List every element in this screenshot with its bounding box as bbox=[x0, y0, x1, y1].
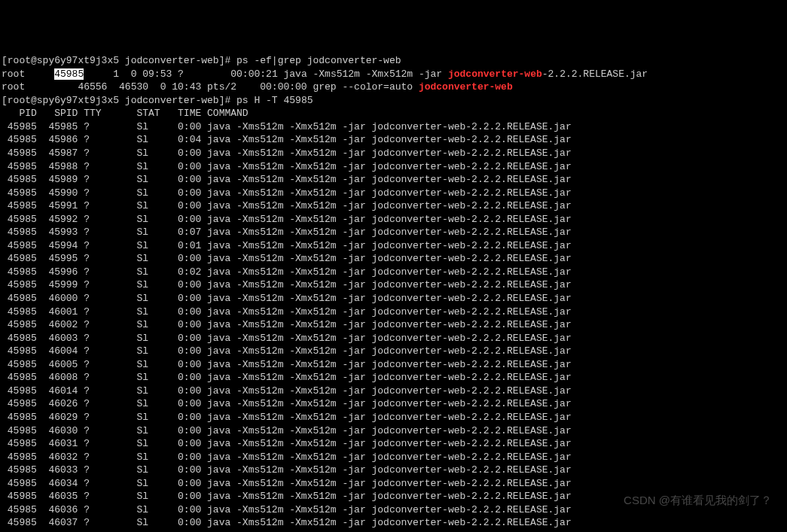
thread-row: 45985 45995 ? Sl 0:00 java -Xms512m -Xmx… bbox=[2, 253, 572, 264]
thread-row: 45985 45999 ? Sl 0:00 java -Xms512m -Xmx… bbox=[2, 279, 572, 290]
thread-row: 45985 46035 ? Sl 0:00 java -Xms512m -Xmx… bbox=[2, 491, 572, 502]
thread-row: 45985 46037 ? Sl 0:00 java -Xms512m -Xmx… bbox=[2, 517, 572, 528]
thread-row: 45985 45994 ? Sl 0:01 java -Xms512m -Xmx… bbox=[2, 240, 572, 251]
thread-row: 45985 46034 ? Sl 0:00 java -Xms512m -Xmx… bbox=[2, 478, 572, 489]
thread-row: 45985 46014 ? Sl 0:00 java -Xms512m -Xmx… bbox=[2, 385, 572, 397]
thread-row: 45985 46001 ? Sl 0:00 java -Xms512m -Xmx… bbox=[2, 306, 572, 318]
shell-prompt-1: [root@spy6y97xt9j3x5 jodconverter-web]# bbox=[2, 55, 236, 66]
thread-row: 45985 45989 ? Sl 0:00 java -Xms512m -Xmx… bbox=[2, 174, 572, 185]
ps-ef-row-rest: 1 0 09:53 ? 00:00:21 java -Xms512m -Xmx5… bbox=[84, 68, 448, 80]
thread-row: 45985 45987 ? Sl 0:00 java -Xms512m -Xmx… bbox=[2, 147, 572, 159]
thread-row: 45985 46004 ? Sl 0:00 java -Xms512m -Xmx… bbox=[2, 345, 572, 357]
ps-threads-header: PID SPID TTY STAT TIME COMMAND bbox=[2, 108, 249, 119]
command-1: ps -ef|grep jodconverter-web bbox=[236, 55, 401, 66]
thread-row: 45985 46000 ? Sl 0:00 java -Xms512m -Xmx… bbox=[2, 293, 572, 304]
thread-row: 45985 46031 ? Sl 0:00 java -Xms512m -Xmx… bbox=[2, 438, 572, 449]
thread-row: 45985 45990 ? Sl 0:00 java -Xms512m -Xmx… bbox=[2, 187, 572, 199]
thread-row: 45985 46005 ? Sl 0:00 java -Xms512m -Xmx… bbox=[2, 359, 572, 370]
thread-row: 45985 45988 ? Sl 0:00 java -Xms512m -Xmx… bbox=[2, 161, 572, 172]
thread-row: 45985 45992 ? Sl 0:00 java -Xms512m -Xmx… bbox=[2, 214, 572, 225]
thread-row: 45985 46029 ? Sl 0:00 java -Xms512m -Xmx… bbox=[2, 412, 572, 423]
grep-match: jodconverter-web bbox=[448, 68, 542, 80]
thread-row: 45985 45993 ? Sl 0:07 java -Xms512m -Xmx… bbox=[2, 226, 572, 238]
thread-row: 45985 46008 ? Sl 0:00 java -Xms512m -Xmx… bbox=[2, 372, 572, 383]
ps-ef-row-tail: -2.2.2.RELEASE.jar bbox=[542, 68, 648, 80]
command-2: ps H -T 45985 bbox=[236, 95, 313, 106]
ps-ef-row: root bbox=[2, 68, 54, 80]
thread-row: 45985 46002 ? Sl 0:00 java -Xms512m -Xmx… bbox=[2, 319, 572, 330]
thread-row: 45985 46033 ? Sl 0:00 java -Xms512m -Xmx… bbox=[2, 464, 572, 476]
thread-row: 45985 45996 ? Sl 0:02 java -Xms512m -Xmx… bbox=[2, 266, 572, 278]
thread-row: 45985 45985 ? Sl 0:00 java -Xms512m -Xmx… bbox=[2, 121, 572, 132]
ps-ef-row: root 46556 46530 0 10:43 pts/2 00:00:00 … bbox=[2, 81, 419, 93]
shell-prompt-2: [root@spy6y97xt9j3x5 jodconverter-web]# bbox=[2, 95, 236, 106]
grep-match: jodconverter-web bbox=[419, 81, 513, 93]
thread-row: 45985 46036 ? Sl 0:00 java -Xms512m -Xmx… bbox=[2, 504, 572, 515]
thread-row: 45985 45991 ? Sl 0:00 java -Xms512m -Xmx… bbox=[2, 200, 572, 211]
thread-row: 45985 46030 ? Sl 0:00 java -Xms512m -Xmx… bbox=[2, 425, 572, 436]
thread-row: 45985 46032 ? Sl 0:00 java -Xms512m -Xmx… bbox=[2, 451, 572, 463]
thread-row: 45985 45986 ? Sl 0:04 java -Xms512m -Xmx… bbox=[2, 134, 572, 145]
terminal-output[interactable]: [root@spy6y97xt9j3x5 jodconverter-web]# … bbox=[2, 54, 785, 532]
thread-row: 45985 46003 ? Sl 0:00 java -Xms512m -Xmx… bbox=[2, 333, 572, 344]
thread-row: 45985 46026 ? Sl 0:00 java -Xms512m -Xmx… bbox=[2, 398, 572, 409]
selected-pid[interactable]: 45985 bbox=[54, 68, 84, 80]
